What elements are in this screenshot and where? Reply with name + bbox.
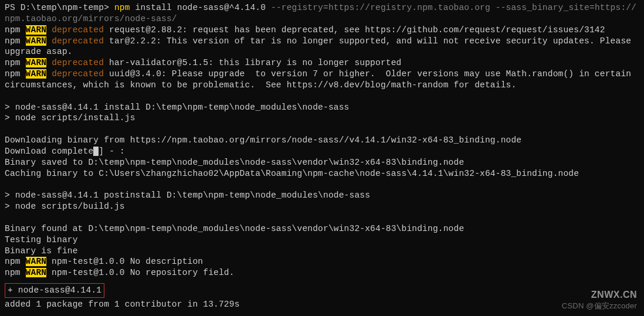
warn-line: npm WARN npm-test@1.0.0 No repository fi… xyxy=(5,267,639,278)
deprecated-label: deprecated xyxy=(52,58,104,67)
warn-line: npm WARN npm-test@1.0.0 No description xyxy=(5,256,639,267)
warn-badge: WARN xyxy=(26,25,47,35)
result-highlight: + node-sass@4.14.1 xyxy=(5,283,104,298)
added-line: added 1 package from 1 contributor in 13… xyxy=(5,299,639,310)
watermark-text: CSDN @偏安zzcoder xyxy=(562,301,637,311)
warn-block: npm WARN deprecated request@2.88.2: requ… xyxy=(5,25,639,91)
deprecated-label: deprecated xyxy=(52,25,104,35)
testing-binary: Testing binary xyxy=(5,235,639,246)
deprecated-label: deprecated xyxy=(52,36,104,46)
blank xyxy=(5,212,639,223)
download-line: Downloading binary from https://npm.taob… xyxy=(5,135,639,146)
install-header: > node-sass@4.14.1 install D:\temp\npm-t… xyxy=(5,102,639,113)
warn-badge: WARN xyxy=(26,69,47,79)
postinstall-script: > node scripts/build.js xyxy=(5,201,639,212)
warn-line: npm WARN deprecated tar@2.2.2: This vers… xyxy=(5,36,639,58)
binary-saved: Binary saved to D:\temp\npm-temp\node_mo… xyxy=(5,157,639,168)
warn-badge: WARN xyxy=(26,58,47,67)
warn-line: npm WARN deprecated request@2.88.2: requ… xyxy=(5,25,639,36)
warn-line: npm WARN deprecated uuid@3.4.0: Please u… xyxy=(5,69,639,91)
blank xyxy=(5,124,639,135)
result-box-wrapper: + node-sass@4.14.1 xyxy=(5,278,639,299)
watermark-logo: ZNWX.CN xyxy=(562,289,637,301)
npm-command: npm xyxy=(114,3,130,12)
binary-found: Binary found at D:\temp\npm-temp\node_mo… xyxy=(5,223,639,235)
npm-args: install node-sass@^4.14.0 xyxy=(130,3,271,12)
deprecated-label: deprecated xyxy=(52,69,104,79)
warn-badge: WARN xyxy=(26,268,47,277)
postinstall-header: > node-sass@4.14.1 postinstall D:\temp\n… xyxy=(5,190,639,201)
ps-prompt: PS D:\temp\npm-temp> xyxy=(5,3,114,12)
prompt-line[interactable]: PS D:\temp\npm-temp> npm install node-sa… xyxy=(5,2,639,25)
download-complete: Download complete] - : xyxy=(5,146,639,157)
caching-binary: Caching binary to C:\Users\zhangzhichao0… xyxy=(5,168,639,179)
warn-badge: WARN xyxy=(26,257,47,266)
blank xyxy=(5,91,639,102)
binary-fine: Binary is fine xyxy=(5,246,639,257)
install-script: > node scripts/install.js xyxy=(5,113,639,124)
warn-badge: WARN xyxy=(26,36,47,46)
blank xyxy=(5,179,639,191)
warn-line: npm WARN deprecated har-validator@5.1.5:… xyxy=(5,57,639,69)
watermark: ZNWX.CN CSDN @偏安zzcoder xyxy=(562,289,637,311)
warn-tail-block: npm WARN npm-test@1.0.0 No descriptionnp… xyxy=(5,256,639,278)
progress-block-icon xyxy=(93,147,99,156)
